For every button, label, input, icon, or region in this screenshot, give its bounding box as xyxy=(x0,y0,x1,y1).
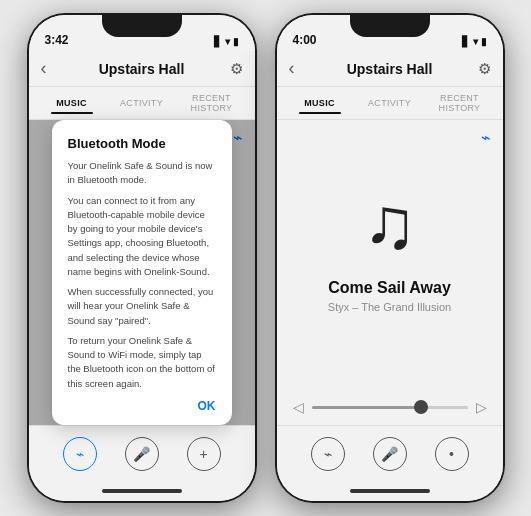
status-icons-2: ▋ ▾ ▮ xyxy=(462,36,487,47)
dialog-overlay: Bluetooth Mode Your Onelink Safe & Sound… xyxy=(29,120,255,425)
music-icon-area: ♫ Come Sail Away Styx – The Grand Illusi… xyxy=(328,120,451,399)
signal-icon: ▋ xyxy=(214,36,222,47)
volume-high-icon: ▷ xyxy=(476,399,487,415)
back-button-1[interactable]: ‹ xyxy=(41,58,47,79)
volume-row: ◁ ▷ xyxy=(277,399,503,415)
tabs-1: Music ACTIVITY RECENT HISTORY xyxy=(29,87,255,120)
battery-icon-2: ▮ xyxy=(481,36,487,47)
song-title: Come Sail Away xyxy=(328,279,451,297)
bottom-bar-1: ⌁ 🎤 + xyxy=(29,425,255,481)
nav-title-2: Upstairs Hall xyxy=(347,61,433,77)
phone-1: 3:42 ▋ ▾ ▮ ‹ Upstairs Hall ⚙ Music ACTIV… xyxy=(27,13,257,503)
tab-recent-2[interactable]: RECENT HISTORY xyxy=(425,87,495,119)
song-subtitle: Styx – The Grand Illusion xyxy=(328,301,451,313)
dialog-para-4: To return your Onelink Safe & Sound to W… xyxy=(68,334,216,391)
wifi-icon: ▾ xyxy=(225,36,230,47)
phone-2: 4:00 ▋ ▾ ▮ ‹ Upstairs Hall ⚙ Music ACTIV… xyxy=(275,13,505,503)
mic-button-1[interactable]: 🎤 xyxy=(125,437,159,471)
slider-fill xyxy=(312,406,421,409)
gear-icon-1[interactable]: ⚙ xyxy=(230,60,243,78)
nav-bar-2: ‹ Upstairs Hall ⚙ xyxy=(277,51,503,87)
dialog-para-2: You can connect to it from any Bluetooth… xyxy=(68,194,216,280)
nav-bar-1: ‹ Upstairs Hall ⚙ xyxy=(29,51,255,87)
home-bar-1 xyxy=(102,489,182,493)
notch-1 xyxy=(102,15,182,37)
home-indicator-2 xyxy=(277,481,503,501)
tab-recent-1[interactable]: RECENT HISTORY xyxy=(177,87,247,119)
plus-button-1[interactable]: + xyxy=(187,437,221,471)
slider-thumb[interactable] xyxy=(414,400,428,414)
back-button-2[interactable]: ‹ xyxy=(289,58,295,79)
nav-title-1: Upstairs Hall xyxy=(99,61,185,77)
dialog-para-1: Your Onelink Safe & Sound is now in Blue… xyxy=(68,159,216,188)
time-2: 4:00 xyxy=(293,33,317,47)
tabs-2: Music ACTIVITY RECENT HISTORY xyxy=(277,87,503,120)
volume-low-icon: ◁ xyxy=(293,399,304,415)
content-1: ⌁ Bluetooth Mode Your Onelink Safe & Sou… xyxy=(29,120,255,425)
tab-activity-1[interactable]: ACTIVITY xyxy=(107,92,177,114)
content-2: ⌁ ♫ Come Sail Away Styx – The Grand Illu… xyxy=(277,120,503,425)
bluetooth-corner-2: ⌁ xyxy=(481,128,491,147)
dot-button-2[interactable]: • xyxy=(435,437,469,471)
signal-icon-2: ▋ xyxy=(462,36,470,47)
dialog-para-3: When successfully connected, you will he… xyxy=(68,285,216,328)
mic-button-2[interactable]: 🎤 xyxy=(373,437,407,471)
home-bar-2 xyxy=(350,489,430,493)
time-1: 3:42 xyxy=(45,33,69,47)
bluetooth-dialog: Bluetooth Mode Your Onelink Safe & Sound… xyxy=(52,120,232,425)
battery-icon: ▮ xyxy=(233,36,239,47)
wifi-icon-2: ▾ xyxy=(473,36,478,47)
music-note-icon: ♫ xyxy=(363,187,417,259)
bluetooth-button-1[interactable]: ⌁ xyxy=(63,437,97,471)
status-icons-1: ▋ ▾ ▮ xyxy=(214,36,239,47)
bottom-bar-2: ⌁ 🎤 • xyxy=(277,425,503,481)
dialog-title: Bluetooth Mode xyxy=(68,136,216,151)
home-indicator-1 xyxy=(29,481,255,501)
tab-music-1[interactable]: Music xyxy=(37,92,107,114)
bluetooth-button-2[interactable]: ⌁ xyxy=(311,437,345,471)
dialog-ok-button[interactable]: OK xyxy=(68,399,216,413)
notch-2 xyxy=(350,15,430,37)
tab-music-2[interactable]: Music xyxy=(285,92,355,114)
tab-activity-2[interactable]: ACTIVITY xyxy=(355,92,425,114)
volume-slider[interactable] xyxy=(312,406,468,409)
gear-icon-2[interactable]: ⚙ xyxy=(478,60,491,78)
